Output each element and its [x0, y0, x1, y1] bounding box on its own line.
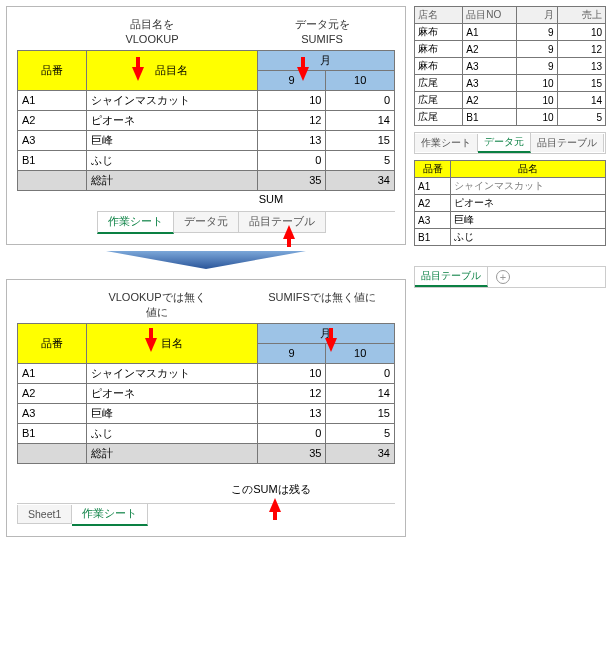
source-table: 店名 品目NO 月 売上 麻布A1910 麻布A2912 麻布A3913 広尾A… [414, 6, 606, 126]
col-hinmokumei[interactable]: 品目名 [86, 50, 257, 90]
sum-remains-label: このSUMは残る [147, 482, 395, 497]
worksheet-panel-top: 品目名を VLOOKUP データ元を SUMIFS 品番 品目名 月 9 10 [6, 6, 406, 245]
worksheet-panel-bottom: VLOOKUPでは無く 値に SUMIFSでは無く値に 品番 目名 月 9 10 [6, 279, 406, 537]
col-10[interactable]: 10 [326, 70, 395, 90]
caption-vlookup-value: VLOOKUPでは無く 値に [87, 290, 227, 321]
sheet-tabs-bottom: Sheet1 作業シート [17, 503, 395, 526]
sheet-tabs-top: 作業シート データ元 品目テーブル [97, 211, 395, 234]
caption-vlookup: 品目名を VLOOKUP [92, 17, 212, 48]
tab-sheet1[interactable]: Sheet1 [17, 505, 72, 524]
arrow-down-icon [132, 69, 144, 81]
sum-label: SUM [147, 193, 395, 205]
flow-arrow-icon [96, 249, 316, 271]
col-hinban[interactable]: 品番 [18, 50, 87, 90]
col-month[interactable]: 月 [257, 50, 394, 70]
arrow-up-icon [283, 225, 295, 239]
arrow-down-icon [145, 340, 157, 352]
add-sheet-icon[interactable]: + [496, 270, 510, 284]
svg-marker-0 [106, 251, 306, 269]
worksheet-table-top: 品番 品目名 月 9 10 A1シャインマスカット100 A2ピオーネ1214 … [17, 50, 395, 191]
tab-worksheet[interactable]: 作業シート [72, 504, 148, 526]
col-9[interactable]: 9 [257, 70, 326, 90]
tab-datasource[interactable]: データ元 [478, 133, 531, 153]
lookup-table: 品番 品名 A1シャインマスカット A2ピオーネ A3巨峰 B1ふじ [414, 160, 606, 246]
tab-datasource[interactable]: データ元 [174, 212, 239, 233]
tab-lookup[interactable]: 品目テーブル [531, 134, 604, 152]
caption-sumifs-value: SUMIFSでは無く値に [257, 290, 387, 321]
caption-sumifs: データ元を SUMIFS [272, 17, 372, 48]
arrow-up-icon [269, 498, 281, 512]
worksheet-table-bottom: 品番 目名 月 9 10 A1シャインマスカット100 A2ピオーネ1214 A… [17, 323, 395, 464]
arrow-down-icon [325, 340, 337, 352]
arrow-down-icon [297, 69, 309, 81]
sheet-tabs-lookup: 品目テーブル + [414, 266, 606, 288]
tab-lookup[interactable]: 品目テーブル [415, 267, 488, 287]
tab-worksheet[interactable]: 作業シート [415, 134, 478, 152]
tab-worksheet[interactable]: 作業シート [97, 212, 174, 234]
sheet-tabs-source: 作業シート データ元 品目テーブル [414, 132, 606, 154]
